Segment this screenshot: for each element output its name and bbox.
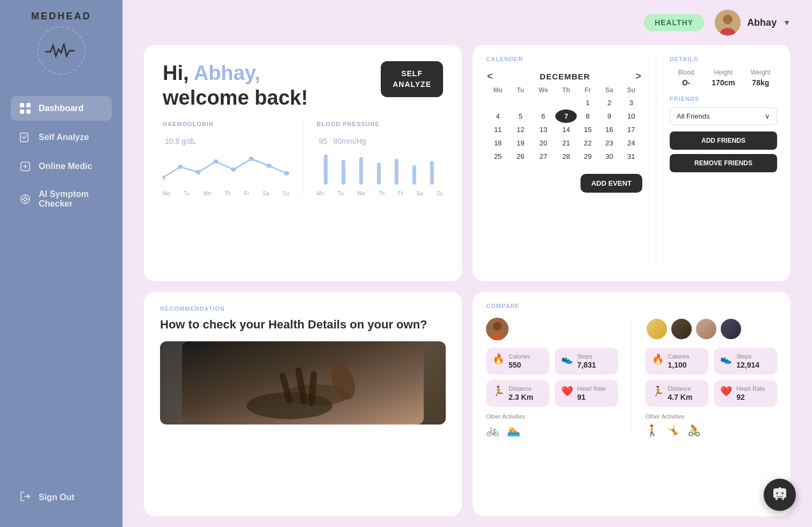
header: HEALTHY Abhay ▼ (122, 0, 812, 45)
sidebar: MEDHEAD Dashboard Self Analyze On (0, 0, 122, 527)
compare-person2: 🔥 Calories 1,100 👟 Steps 12,914 (646, 318, 778, 437)
cal-cell[interactable]: 31 (620, 150, 642, 163)
cal-cell[interactable]: 8 (577, 109, 598, 123)
cal-cell[interactable]: 27 (531, 150, 555, 163)
person1-steps-label: Steps (577, 353, 596, 360)
sign-out-label: Sign Out (39, 493, 75, 502)
person1-stats: 🔥 Calories 550 👟 Steps 7,831 (486, 348, 618, 407)
person2-activity-icons: 🚶 🤸 🚴 (646, 424, 778, 437)
compare-person2-avatars (646, 318, 778, 340)
cal-cell[interactable]: 9 (598, 109, 620, 123)
person2-distance-label: Distance (668, 385, 693, 392)
cal-day-sa: Sa (598, 84, 620, 96)
cal-cell[interactable]: 11 (486, 123, 510, 136)
cal-cell[interactable]: 15 (577, 123, 598, 136)
chatbot-button[interactable] (764, 479, 796, 511)
sidebar-item-self-analyze[interactable]: Self Analyze (11, 125, 112, 150)
person1-steps-card: 👟 Steps 7,831 (555, 348, 618, 375)
cal-cell[interactable]: 10 (620, 109, 642, 123)
cal-prev-btn[interactable]: < (487, 71, 493, 82)
svg-point-22 (231, 167, 236, 172)
distance2-icon: 🏃 (652, 385, 664, 397)
cal-cell[interactable]: 4 (486, 109, 510, 123)
cal-cell[interactable]: 2 (598, 96, 620, 109)
sidebar-item-online-medic[interactable]: Online Medic (11, 154, 112, 179)
cal-cell[interactable]: 13 (531, 123, 555, 136)
avatar (715, 10, 741, 35)
cal-cell (510, 96, 531, 109)
cal-cell-today[interactable]: 7 (555, 109, 577, 123)
distance-icon: 🏃 (492, 385, 504, 397)
user-menu[interactable]: Abhay ▼ (715, 10, 791, 35)
svg-point-45 (781, 492, 784, 494)
cal-cell[interactable]: 6 (531, 109, 555, 123)
add-friends-button[interactable]: ADD FRIENDS (670, 131, 777, 150)
cal-cell[interactable]: 5 (510, 109, 531, 123)
remove-friends-button[interactable]: REMOVE FRIENDS (670, 154, 777, 172)
cal-cell[interactable]: 28 (555, 150, 577, 163)
person2-distance-val: 4.7 Km (668, 393, 693, 401)
cal-cell (531, 96, 555, 109)
cal-cell[interactable]: 3 (620, 96, 642, 109)
svg-rect-4 (20, 133, 28, 142)
cal-cell[interactable]: 21 (555, 136, 577, 150)
analyze-icon (19, 131, 31, 143)
greeting-prefix: Hi, (163, 62, 194, 84)
cal-cell[interactable]: 26 (510, 150, 531, 163)
height-detail: Height 170cm (707, 69, 740, 87)
person2-calories-card: 🔥 Calories 1,100 (646, 348, 709, 375)
logo-waveform-icon (45, 40, 77, 61)
main-content: HEALTHY Abhay ▼ Hi, Abhay, welcome back!… (122, 0, 812, 527)
bp-mini-chart (317, 151, 444, 188)
cal-cell[interactable]: 12 (510, 123, 531, 136)
swim-icon: 🏊 (507, 424, 520, 437)
cal-cell[interactable]: 16 (598, 123, 620, 136)
cal-cell[interactable]: 22 (577, 136, 598, 150)
cal-cell[interactable]: 18 (486, 136, 510, 150)
blood-detail: Blood O- (670, 69, 702, 87)
friends-dropdown[interactable]: All Friends ∨ (670, 107, 777, 125)
cal-cell[interactable]: 20 (531, 136, 555, 150)
rec-image (160, 341, 446, 424)
avatar4 (720, 318, 742, 340)
sidebar-item-dashboard[interactable]: Dashboard (11, 96, 112, 121)
person1-calories-val: 550 (509, 361, 530, 369)
svg-point-44 (776, 492, 778, 494)
person2-calories-val: 1,100 (668, 361, 690, 369)
rec-label: RECOMMENDATION (160, 305, 446, 312)
person1-avatar (486, 318, 509, 340)
cal-cell[interactable]: 25 (486, 150, 510, 163)
add-event-button[interactable]: ADD EVENT (581, 174, 642, 193)
cal-cell[interactable]: 24 (620, 136, 642, 150)
bp-chart-section: BLOOD PRESSURE 95 80mm/Hg (317, 121, 444, 196)
cal-cell[interactable]: 23 (598, 136, 620, 150)
sign-out-button[interactable]: Sign Out (11, 484, 112, 511)
svg-point-9 (24, 197, 27, 201)
haemoglobin-value: 10.8g/dL (163, 130, 289, 148)
self-analyze-button[interactable]: SELFANALYZE (381, 61, 443, 97)
person1-other-activities: Other Activities 🚲 🏊 (486, 413, 618, 437)
logo-area: MEDHEAD (31, 11, 91, 75)
friends-buttons: ADD FRIENDS REMOVE FRIENDS (670, 131, 777, 172)
cal-cell[interactable]: 19 (510, 136, 531, 150)
app-name: MEDHEAD (31, 11, 91, 22)
heartrate2-icon: ❤️ (720, 385, 732, 397)
svg-point-24 (266, 164, 271, 168)
cal-cell (486, 96, 510, 109)
cal-cell[interactable]: 14 (555, 123, 577, 136)
chatbot-icon (771, 486, 788, 503)
sidebar-item-ai-symptom-checker[interactable]: AI Symptom Checker (11, 183, 112, 215)
cal-cell[interactable]: 1 (577, 96, 598, 109)
user-name: Abhay (747, 17, 777, 28)
person2-other-activities: Other Activities 🚶 🤸 🚴 (646, 413, 778, 437)
person1-heartrate-val: 91 (577, 393, 606, 401)
dashboard-icon (19, 103, 31, 114)
cal-cell[interactable]: 30 (598, 150, 620, 163)
cal-cell[interactable]: 17 (620, 123, 642, 136)
person2-other-label: Other Activities (646, 413, 778, 420)
cal-cell[interactable]: 29 (577, 150, 598, 163)
greeting-name: Abhay, (194, 62, 260, 84)
cal-next-btn[interactable]: > (635, 71, 641, 82)
compare-divider (632, 318, 632, 437)
sidebar-item-online-medic-label: Online Medic (39, 162, 92, 171)
